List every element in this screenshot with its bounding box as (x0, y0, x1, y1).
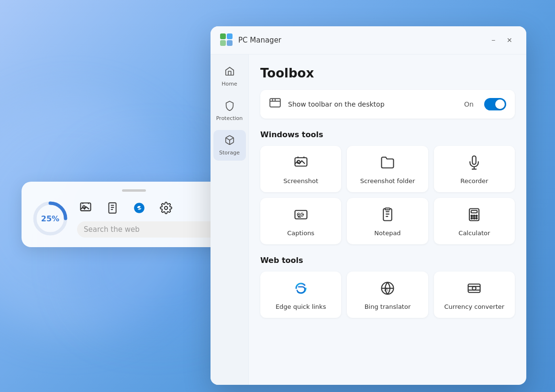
minimize-button[interactable]: − (486, 33, 500, 47)
svg-point-35 (476, 215, 477, 217)
window-body: Home Protection Storage (211, 54, 526, 385)
svg-rect-12 (227, 33, 233, 39)
screenshot-folder-icon (380, 155, 395, 173)
tool-screenshot-folder[interactable]: Screenshot folder (347, 146, 428, 192)
sidebar-home-label: Home (222, 81, 237, 87)
sidebar-item-storage[interactable]: Storage (213, 130, 246, 161)
sidebar-protection-label: Protection (216, 115, 243, 121)
bing-translator-label: Bing translator (365, 303, 411, 310)
svg-point-8 (165, 207, 168, 210)
svg-rect-42 (468, 284, 480, 293)
drag-handle[interactable] (122, 189, 146, 192)
home-icon (224, 66, 235, 79)
svg-point-38 (476, 218, 477, 219)
svg-rect-11 (220, 33, 226, 39)
captions-icon: CC (294, 207, 308, 225)
show-toolbar-label: Show toolbar on the desktop (288, 100, 457, 108)
svg-point-37 (474, 218, 475, 219)
app-title: PC Manager (238, 36, 484, 44)
tool-bing-translator[interactable]: あ Bing translator (347, 272, 428, 318)
app-logo (220, 33, 233, 47)
close-button[interactable]: ✕ (502, 33, 517, 47)
tool-recorder[interactable]: Recorder (434, 146, 515, 192)
page-title: Toolbox (260, 66, 515, 80)
svg-point-34 (474, 215, 475, 217)
sidebar: Home Protection Storage (211, 54, 249, 385)
progress-ring: 25% (31, 199, 69, 238)
screenshot-tool-label: Screenshot (283, 177, 318, 185)
storage-icon (224, 135, 235, 148)
windows-tools-grid: Screenshot Screenshot folder (260, 146, 515, 244)
sidebar-item-home[interactable]: Home (213, 61, 246, 92)
recorder-label: Recorder (460, 177, 488, 185)
svg-point-36 (471, 218, 473, 219)
calculator-label: Calculator (458, 229, 490, 237)
toolbar-toggle[interactable] (484, 98, 506, 110)
tool-screenshot[interactable]: Screenshot (260, 146, 341, 192)
widget-notepad-icon[interactable] (104, 199, 121, 217)
currency-converter-label: Currency converter (444, 303, 505, 310)
sidebar-item-protection[interactable]: Protection (213, 96, 246, 126)
show-toolbar-card: Show toolbar on the desktop On (260, 90, 515, 119)
widget-edge-icon[interactable] (131, 199, 148, 217)
tool-calculator[interactable]: Calculator (434, 198, 515, 244)
toggle-status-text: On (464, 100, 474, 108)
bing-translator-icon: あ (380, 281, 395, 298)
search-placeholder-text: Search the web (84, 225, 218, 234)
svg-text:CC: CC (297, 212, 303, 218)
notepad-label: Notepad (374, 229, 400, 237)
tool-currency-converter[interactable]: Currency converter (434, 272, 515, 318)
screenshot-tool-icon (294, 155, 308, 173)
tool-notepad[interactable]: Notepad (347, 198, 428, 244)
windows-tools-title: Windows tools (260, 130, 515, 139)
calculator-icon (467, 207, 481, 225)
web-tools-title: Web tools (260, 256, 515, 265)
svg-rect-30 (385, 208, 390, 210)
progress-percent: 25% (41, 214, 59, 223)
sidebar-storage-label: Storage (219, 150, 240, 156)
svg-point-33 (471, 215, 473, 217)
content-area: Toolbox Show toolbar on the desktop On (249, 54, 526, 385)
svg-text:あ: あ (384, 287, 388, 292)
svg-rect-32 (471, 210, 477, 213)
toggle-knob (495, 99, 505, 109)
tool-captions[interactable]: CC Captions (260, 198, 341, 244)
notepad-tool-icon (380, 207, 395, 225)
svg-rect-14 (227, 40, 233, 46)
edge-quick-links-icon (294, 281, 308, 298)
web-tools-grid: Edge quick links あ Bing translator (260, 272, 515, 318)
shield-icon (224, 100, 235, 113)
title-bar: PC Manager − ✕ (211, 26, 526, 54)
captions-label: Captions (287, 229, 314, 237)
recorder-icon (467, 155, 481, 173)
currency-converter-icon (467, 281, 481, 298)
svg-rect-4 (109, 203, 116, 213)
svg-rect-26 (383, 209, 392, 221)
edge-quick-links-label: Edge quick links (276, 303, 326, 310)
widget-settings-icon[interactable] (157, 199, 175, 217)
svg-point-43 (473, 286, 477, 290)
toolbar-icon (269, 97, 281, 112)
screenshot-folder-label: Screenshot folder (360, 177, 415, 185)
widget-screenshot-icon[interactable] (77, 199, 94, 217)
tool-edge-quick-links[interactable]: Edge quick links (260, 272, 341, 318)
svg-rect-13 (220, 40, 226, 46)
pc-manager-window: PC Manager − ✕ Home (211, 26, 526, 385)
